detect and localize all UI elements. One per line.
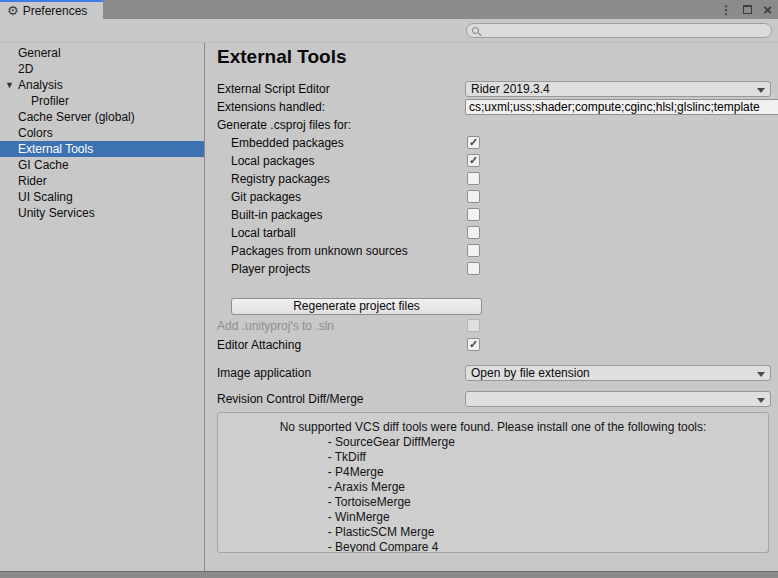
player-projects-checkbox[interactable] <box>467 262 480 275</box>
sidebar-item-profiler[interactable]: Profiler <box>0 93 204 109</box>
external-script-editor-row: External Script Editor Rider 2019.3.4 <box>217 81 778 97</box>
tab-strip: ⚙ Preferences ⋮ × <box>0 0 778 19</box>
vcs-tool-item: - Beyond Compare 4 <box>328 540 707 553</box>
sidebar-item-general[interactable]: General <box>0 45 204 61</box>
sidebar-item-ui-scaling[interactable]: UI Scaling <box>0 189 204 205</box>
vcs-tool-list: - SourceGear DiffMerge - TkDiff - P4Merg… <box>280 435 707 553</box>
add-unityproj-checkbox <box>467 319 480 332</box>
add-unityproj-row: Add .unityproj's to .sln <box>217 318 778 334</box>
dropdown-value: Rider 2019.3.4 <box>471 82 550 96</box>
unknown-sources-checkbox[interactable] <box>467 244 480 257</box>
checkbox-row-builtin-packages: Built-in packages <box>217 207 778 223</box>
preferences-window: ⚙ Preferences ⋮ × General 2D ▼ Analysis … <box>0 0 778 578</box>
vcs-tool-item: - PlasticSCM Merge <box>328 525 707 540</box>
sidebar-item-cache-server[interactable]: Cache Server (global) <box>0 109 204 125</box>
sidebar-item-rider[interactable]: Rider <box>0 173 204 189</box>
checkbox-row-git-packages: Git packages <box>217 189 778 205</box>
bottom-strip <box>0 571 778 578</box>
revision-control-row: Revision Control Diff/Merge <box>217 391 778 407</box>
checkbox-row-registry-packages: Registry packages <box>217 171 778 187</box>
search-icon <box>472 27 479 34</box>
search-box[interactable] <box>466 23 772 38</box>
external-script-editor-dropdown[interactable]: Rider 2019.3.4 <box>465 81 771 97</box>
local-tarball-checkbox[interactable] <box>467 226 480 239</box>
preferences-tab[interactable]: ⚙ Preferences <box>0 0 103 19</box>
chevron-down-icon <box>757 398 765 403</box>
registry-packages-checkbox[interactable] <box>467 172 480 185</box>
search-toolbar <box>0 19 778 43</box>
vcs-tool-item: - SourceGear DiffMerge <box>328 435 707 450</box>
extensions-handled-input[interactable] <box>465 99 778 115</box>
page-title: External Tools <box>217 46 778 68</box>
vcs-tool-item: - TortoiseMerge <box>328 495 707 510</box>
help-box: No supported VCS diff tools were found. … <box>217 412 769 553</box>
checkbox-row-embedded-packages: Embedded packages ✓ <box>217 135 778 151</box>
maximize-button[interactable] <box>743 5 752 14</box>
checkmark-icon: ✓ <box>468 155 479 166</box>
maximize-icon <box>743 5 752 14</box>
checkbox-row-local-packages: Local packages ✓ <box>217 153 778 169</box>
field-label: Extensions handled: <box>217 99 325 115</box>
checkmark-icon: ✓ <box>468 137 479 148</box>
editor-attaching-checkbox[interactable]: ✓ <box>467 338 480 351</box>
dropdown-value: Open by file extension <box>471 366 590 380</box>
image-application-row: Image application Open by file extension <box>217 365 778 381</box>
gear-icon: ⚙ <box>7 4 19 17</box>
image-application-dropdown[interactable]: Open by file extension <box>465 365 771 381</box>
sidebar-item-analysis[interactable]: ▼ Analysis <box>0 77 204 93</box>
embedded-packages-checkbox[interactable]: ✓ <box>467 136 480 149</box>
sidebar-item-colors[interactable]: Colors <box>0 125 204 141</box>
checkbox-row-player-projects: Player projects <box>217 261 778 277</box>
checkmark-icon: ✓ <box>468 339 479 350</box>
sidebar-item-2d[interactable]: 2D <box>0 61 204 77</box>
sidebar-item-unity-services[interactable]: Unity Services <box>0 205 204 221</box>
sidebar-item-external-tools[interactable]: External Tools <box>0 141 204 157</box>
regenerate-project-files-button[interactable]: Regenerate project files <box>231 298 482 315</box>
builtin-packages-checkbox[interactable] <box>467 208 480 221</box>
search-input[interactable] <box>479 25 771 37</box>
vcs-tool-item: - WinMerge <box>328 510 707 525</box>
window-controls: ⋮ × <box>720 0 772 19</box>
local-packages-checkbox[interactable]: ✓ <box>467 154 480 167</box>
section-label: Generate .csproj files for: <box>217 117 351 133</box>
git-packages-checkbox[interactable] <box>467 190 480 203</box>
vcs-tool-item: - Araxis Merge <box>328 480 707 495</box>
checkbox-row-local-tarball: Local tarball <box>217 225 778 241</box>
sidebar-item-gi-cache[interactable]: GI Cache <box>0 157 204 173</box>
sidebar: General 2D ▼ Analysis Profiler Cache Ser… <box>0 43 205 571</box>
revision-control-dropdown[interactable] <box>465 391 771 407</box>
checkbox-row-unknown-sources: Packages from unknown sources <box>217 243 778 259</box>
vcs-tool-item: - TkDiff <box>328 450 707 465</box>
tab-title: Preferences <box>23 4 88 18</box>
chevron-down-icon <box>757 88 765 93</box>
field-label: External Script Editor <box>217 81 330 97</box>
editor-attaching-row: Editor Attaching ✓ <box>217 337 778 353</box>
chevron-down-icon <box>757 372 765 377</box>
regenerate-button-row: Regenerate project files <box>217 298 778 315</box>
foldout-arrow-icon[interactable]: ▼ <box>5 77 14 93</box>
extensions-handled-row: Extensions handled: <box>217 99 778 115</box>
generate-csproj-section-label-row: Generate .csproj files for: <box>217 117 778 133</box>
help-message: No supported VCS diff tools were found. … <box>280 420 707 435</box>
close-icon[interactable]: × <box>763 2 772 17</box>
vcs-tool-item: - P4Merge <box>328 465 707 480</box>
external-tools-panel: External Tools External Script Editor Ri… <box>205 43 778 571</box>
kebab-menu-icon[interactable]: ⋮ <box>720 4 732 16</box>
